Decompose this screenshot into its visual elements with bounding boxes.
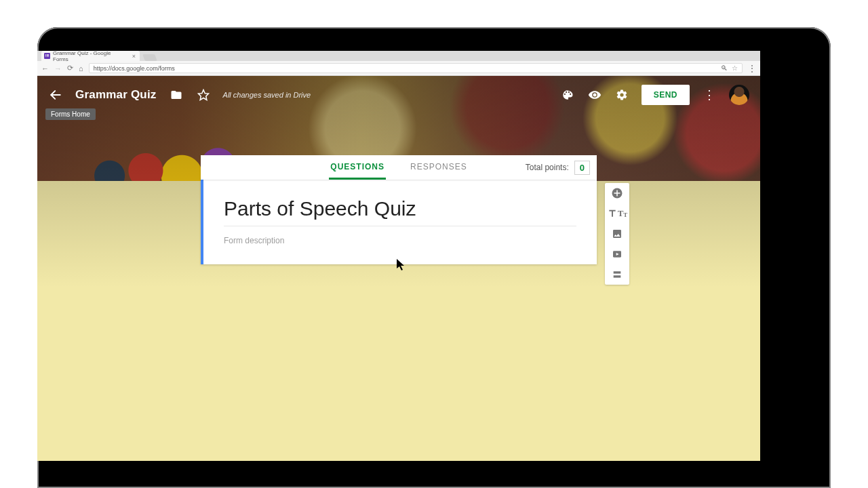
address-url: https://docs.google.com/forms <box>94 65 175 72</box>
reload-icon[interactable]: ⟳ <box>67 64 73 73</box>
tab-responses[interactable]: RESPONSES <box>409 155 469 180</box>
svg-rect-9 <box>614 192 620 194</box>
browser-toolbar: ← → ⟳ ⌂ https://docs.google.com/forms 🔍︎… <box>37 61 760 76</box>
browser-tab-strip: Grammar Quiz - Google Forms × <box>37 51 760 61</box>
star-icon[interactable] <box>196 87 211 102</box>
screen: Grammar Quiz - Google Forms × ← → ⟳ ⌂ ht… <box>37 51 760 461</box>
svg-rect-2 <box>47 54 49 55</box>
add-video-button[interactable] <box>605 244 629 264</box>
add-image-button[interactable] <box>605 224 629 244</box>
palette-icon[interactable] <box>560 87 575 102</box>
back-arrow-icon[interactable] <box>48 87 63 102</box>
svg-rect-3 <box>45 56 46 56</box>
svg-rect-1 <box>45 54 46 55</box>
more-vert-icon[interactable]: ⋮ <box>702 87 717 102</box>
browser-menu-icon[interactable]: ⋮ <box>748 64 756 73</box>
header-overlay <box>37 76 760 461</box>
svg-rect-12 <box>614 271 621 273</box>
back-icon[interactable]: ← <box>41 64 49 73</box>
svg-rect-4 <box>47 56 49 56</box>
zoom-icon[interactable]: 🔍︎ <box>721 64 728 72</box>
question-toolbar: TT <box>605 183 629 285</box>
browser-tab[interactable]: Grammar Quiz - Google Forms × <box>41 51 140 61</box>
account-avatar[interactable] <box>729 85 749 105</box>
bookmark-star-icon[interactable]: ☆ <box>732 64 738 72</box>
settings-gear-icon[interactable] <box>614 87 629 102</box>
forward-icon[interactable]: → <box>54 64 62 73</box>
svg-marker-6 <box>198 90 208 100</box>
forms-app: Grammar Quiz All changes saved in Drive … <box>37 76 760 461</box>
new-tab-button[interactable] <box>142 54 157 61</box>
save-status: All changes saved in Drive <box>223 91 311 99</box>
browser-tab-title: Grammar Quiz - Google Forms <box>53 51 125 62</box>
title-card[interactable]: Parts of Speech Quiz Form description <box>201 180 597 264</box>
address-bar[interactable]: https://docs.google.com/forms 🔍︎ ☆ <box>89 63 743 73</box>
home-icon[interactable]: ⌂ <box>79 64 83 73</box>
send-button[interactable]: SEND <box>642 85 690 105</box>
preview-eye-icon[interactable] <box>587 87 602 102</box>
add-title-button[interactable]: TT <box>605 203 629 224</box>
total-points: Total points: 0 <box>526 155 590 180</box>
svg-rect-13 <box>614 275 621 277</box>
form-title-input[interactable]: Parts of Speech Quiz <box>224 193 576 226</box>
forms-favicon-icon <box>44 53 50 59</box>
total-points-value: 0 <box>574 161 590 175</box>
form-description-input[interactable]: Form description <box>224 226 576 247</box>
tab-questions[interactable]: QUESTIONS <box>329 155 386 180</box>
tooltip-forms-home: Forms Home <box>45 108 96 120</box>
total-points-label: Total points: <box>526 163 569 172</box>
tabs-row: QUESTIONS RESPONSES Total points: 0 <box>201 155 597 180</box>
folder-icon[interactable] <box>169 87 184 102</box>
app-bar: Grammar Quiz All changes saved in Drive … <box>37 76 760 114</box>
tab-close-icon[interactable]: × <box>132 53 136 60</box>
add-question-button[interactable] <box>605 183 629 203</box>
form-name[interactable]: Grammar Quiz <box>75 88 157 102</box>
form-container: QUESTIONS RESPONSES Total points: 0 Part… <box>201 155 597 264</box>
add-section-button[interactable] <box>605 264 629 285</box>
